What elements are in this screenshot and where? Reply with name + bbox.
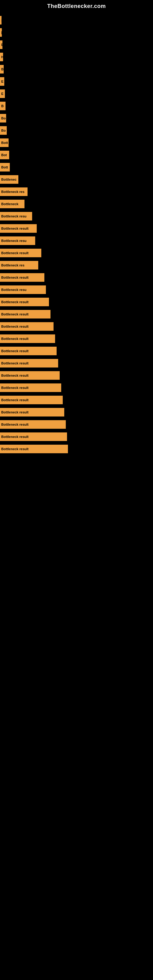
bar-label: Bottleneck result	[1, 447, 29, 451]
bar-row: B	[0, 100, 153, 112]
bar-row: Bottleneck	[0, 198, 153, 210]
site-title: TheBottlenecker.com	[0, 0, 153, 11]
bar-row: Bottleneck result	[0, 406, 153, 418]
bar-row: Bot	[0, 149, 153, 161]
bar-label: Bottleneck result	[1, 325, 29, 328]
bar-label: |	[1, 18, 2, 22]
bar-row: Bottleneck resu	[0, 283, 153, 296]
bar-label: E	[1, 43, 2, 46]
bar-label: Bottleneck result	[1, 275, 29, 279]
bar-row: Bottleneck result	[0, 308, 153, 320]
bar-label: Bottleneck res	[1, 263, 24, 267]
bar-row: Bottleneck resu	[0, 210, 153, 222]
bar-row: E	[0, 75, 153, 88]
bar-label: Bottleneck result	[1, 361, 29, 365]
bar-label: Bottleneck result	[1, 435, 29, 439]
bar-row: Bottleneck result	[0, 296, 153, 308]
bar-label: Bottleneck resu	[1, 215, 27, 218]
bar-row: |	[0, 26, 153, 38]
bar-label: Bottleneck res	[1, 190, 24, 194]
bar-label: Bottleneck result	[1, 227, 29, 230]
bar-row: Bottleneck result	[0, 247, 153, 259]
bar-row: H	[0, 51, 153, 63]
bar-label: Bott	[1, 165, 8, 169]
bar-row: Bottleneck result	[0, 271, 153, 283]
bar-label: E	[1, 92, 3, 95]
bars-container: ||EHBEEBBoBoBottBotBottBottlenecBottlene…	[0, 11, 153, 455]
bar-label: Bottleneck result	[1, 312, 29, 316]
bar-row: Bo	[0, 112, 153, 124]
bar-row: |	[0, 14, 153, 26]
bar-row: Bottleneck result	[0, 394, 153, 406]
bar-row: B	[0, 63, 153, 75]
bar-label: Bott	[1, 141, 8, 145]
bar-row: Bottleneck result	[0, 320, 153, 332]
bar-row: Bottleneck result	[0, 332, 153, 345]
bar-label: Bottleneck result	[1, 386, 29, 390]
bar-label: B	[1, 104, 4, 108]
bar-label: E	[1, 80, 3, 83]
bar-label: Bo	[1, 116, 6, 120]
bar-label: Bottleneck result	[1, 374, 29, 377]
bar-label: Bottleneck resu	[1, 288, 27, 291]
bar-row: Bottleneck result	[0, 418, 153, 431]
bar-row: Bottleneck result	[0, 431, 153, 443]
bar-row: Bottleneck result	[0, 382, 153, 394]
bar-label: Bottlenec	[1, 178, 16, 181]
bar-row: Bott	[0, 161, 153, 173]
bar-label: Bottleneck result	[1, 398, 29, 402]
bar-row: Bottleneck res	[0, 259, 153, 271]
bar-row: Bottleneck result	[0, 443, 153, 455]
bar-row: E	[0, 38, 153, 51]
bar-row: Bottleneck result	[0, 345, 153, 357]
bar-row: Bottleneck resu	[0, 235, 153, 247]
bar-label: Bottleneck result	[1, 423, 29, 426]
bar-row: Bottlenec	[0, 173, 153, 186]
bar-label: Bot	[1, 153, 7, 157]
bar-label: Bottleneck result	[1, 251, 29, 255]
bar-label: Bottleneck resu	[1, 239, 27, 243]
bar-row: Bott	[0, 137, 153, 149]
bar-label: |	[1, 30, 2, 34]
bar-label: Bottleneck result	[1, 410, 29, 414]
bar-row: Bottleneck result	[0, 357, 153, 369]
bar-row: Bottleneck res	[0, 186, 153, 198]
bar-row: E	[0, 88, 153, 100]
bar-label: Bottleneck result	[1, 349, 29, 353]
bar-row: Bottleneck result	[0, 369, 153, 382]
bar-label: B	[1, 67, 4, 71]
bar-label: Bottleneck	[1, 202, 18, 206]
bar-label: Bottleneck result	[1, 337, 29, 340]
bar-label: Bo	[1, 129, 6, 132]
bar-row: Bottleneck result	[0, 222, 153, 235]
bar-label: Bottleneck result	[1, 300, 29, 304]
bar-label: H	[1, 55, 3, 59]
bar-row: Bo	[0, 124, 153, 137]
